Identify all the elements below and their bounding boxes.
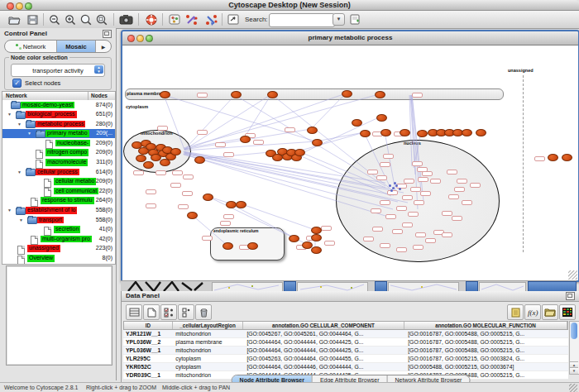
graph-node[interactable] bbox=[236, 201, 246, 208]
tab-network[interactable]: Network bbox=[5, 41, 57, 52]
column-header[interactable]: annotation.GO CELLULAR_COMPONENT bbox=[243, 322, 404, 329]
graph-node[interactable] bbox=[231, 91, 242, 98]
graph-node[interactable] bbox=[203, 194, 213, 201]
tree-row[interactable]: unassigned223(0) bbox=[2, 244, 115, 254]
delete-attribute-icon[interactable] bbox=[195, 304, 212, 320]
tree-row[interactable]: Overview8(0) bbox=[2, 254, 115, 264]
graph-node[interactable] bbox=[294, 149, 305, 156]
graph-node[interactable] bbox=[417, 130, 428, 137]
expand-arrow-icon[interactable]: ▼ bbox=[27, 131, 31, 136]
zoom-in-icon[interactable] bbox=[63, 12, 78, 26]
attribute-table-icon[interactable] bbox=[126, 304, 142, 320]
expand-arrow-icon[interactable]: ▼ bbox=[17, 122, 22, 127]
graph-node[interactable] bbox=[562, 154, 572, 161]
tree-row[interactable]: macromolecule311(0) bbox=[2, 158, 115, 168]
graph-node[interactable] bbox=[311, 227, 322, 234]
tree-row[interactable]: cellular metabo209(0) bbox=[2, 177, 115, 187]
graph-node[interactable] bbox=[247, 242, 258, 250]
graph-node[interactable] bbox=[400, 129, 410, 136]
zoom-selected-icon[interactable] bbox=[94, 12, 109, 26]
hub-node[interactable] bbox=[395, 184, 398, 187]
graph-node[interactable] bbox=[223, 242, 233, 250]
table-scrollbar[interactable]: ▲ ▼ bbox=[569, 321, 579, 375]
graph-node[interactable] bbox=[194, 156, 205, 164]
tree-row[interactable]: secretion41(0) bbox=[2, 225, 115, 235]
save-icon[interactable] bbox=[25, 12, 40, 26]
float-panel-icon[interactable] bbox=[103, 30, 112, 38]
tree-row[interactable]: ▼metabolic process280(0) bbox=[2, 119, 115, 129]
tree-row[interactable]: ▼transport558(0) bbox=[2, 215, 115, 225]
help-icon[interactable] bbox=[144, 12, 159, 26]
column-header[interactable]: ID bbox=[124, 322, 173, 329]
tab-mosaic[interactable]: Mosaic bbox=[57, 41, 96, 52]
float-panel-icon[interactable] bbox=[566, 292, 575, 300]
search-dropdown-icon[interactable]: ▼ bbox=[333, 13, 345, 26]
graph-node[interactable] bbox=[462, 129, 472, 136]
scrollbar-thumb[interactable] bbox=[571, 323, 577, 339]
tree-row[interactable]: mosaic-demo-yeast874(0) bbox=[2, 100, 115, 110]
zoom-out-icon[interactable] bbox=[47, 12, 62, 26]
hub-node[interactable] bbox=[389, 184, 391, 187]
new-attribute-icon[interactable] bbox=[143, 304, 160, 320]
tree-row[interactable]: nitrogen compo209(0) bbox=[2, 148, 115, 158]
annotation-icon[interactable] bbox=[347, 12, 362, 26]
network-overview-panel[interactable] bbox=[6, 265, 112, 366]
window-resize-grip[interactable] bbox=[568, 270, 577, 280]
tree-row[interactable]: cell communicat22(0) bbox=[2, 186, 115, 196]
table-row[interactable]: YLR295Ccytoplasm[GO:0045263, GO:0044464,… bbox=[123, 355, 568, 363]
tree-row[interactable]: ▼cellular process614(0) bbox=[2, 167, 115, 177]
select-attributes-icon[interactable] bbox=[160, 304, 177, 320]
graph-node[interactable] bbox=[289, 235, 299, 242]
table-row[interactable]: YKR052Ccytoplasm[GO:0044464, GO:0044446,… bbox=[123, 363, 568, 371]
graph-node[interactable] bbox=[170, 148, 181, 155]
color-attribute-dropdown[interactable]: transporter activity ▲▼ bbox=[11, 64, 105, 77]
tree-row[interactable]: response to stimulu264(0) bbox=[2, 196, 115, 206]
hub-node[interactable] bbox=[399, 188, 401, 190]
column-header[interactable]: _cellularLayoutRegion bbox=[173, 322, 243, 329]
tree-row[interactable]: nucleobase-209(0) bbox=[2, 138, 115, 148]
table-row[interactable]: YJR121W__1mitochondrion[GO:0045267, GO:0… bbox=[123, 330, 568, 338]
graph-node[interactable] bbox=[160, 91, 170, 98]
tree-row[interactable]: ▼biological_process651(0) bbox=[2, 110, 115, 120]
graph-node[interactable] bbox=[136, 155, 146, 162]
app-resize-grip[interactable] bbox=[569, 384, 577, 392]
graph-node[interactable] bbox=[380, 129, 391, 136]
graph-node[interactable] bbox=[312, 139, 323, 146]
attribute-table-header[interactable]: ID_cellularLayoutRegionannotation.GO CEL… bbox=[123, 321, 568, 330]
zoom-fit-icon[interactable] bbox=[79, 12, 93, 26]
table-row[interactable]: YPL036W__2plasma membrane[GO:0044464, GO… bbox=[123, 338, 568, 347]
network-window-titlebar[interactable]: primary metabolic process bbox=[122, 31, 578, 45]
vizmapper-icon[interactable] bbox=[226, 12, 241, 26]
tree-row[interactable]: multi-organism pro42(0) bbox=[2, 234, 115, 244]
snapshot-icon[interactable] bbox=[118, 12, 133, 26]
graph-node[interactable] bbox=[548, 154, 558, 161]
graph-node[interactable] bbox=[476, 129, 486, 136]
graph-node[interactable] bbox=[307, 127, 318, 134]
hub-node[interactable] bbox=[390, 189, 393, 192]
formula-icon[interactable]: f(x) bbox=[524, 304, 541, 320]
graph-node[interactable] bbox=[187, 212, 198, 219]
import-attributes-icon[interactable] bbox=[542, 304, 558, 320]
graph-node[interactable] bbox=[352, 119, 362, 127]
graph-node[interactable] bbox=[143, 161, 154, 169]
open-icon[interactable] bbox=[7, 12, 22, 26]
network-canvas[interactable]: plasma membrane cytoplasm mitochondrion … bbox=[122, 45, 578, 280]
hub-node[interactable] bbox=[394, 182, 396, 184]
expand-arrow-icon[interactable]: ▼ bbox=[7, 112, 12, 117]
graph-node[interactable] bbox=[267, 91, 278, 98]
expand-arrow-icon[interactable]: ▼ bbox=[7, 208, 12, 213]
scroll-down-icon[interactable]: ▼ bbox=[570, 367, 578, 374]
layout-a-icon[interactable] bbox=[184, 12, 199, 26]
graph-node[interactable] bbox=[342, 90, 352, 98]
unselect-attributes-icon[interactable] bbox=[178, 304, 194, 320]
layout-b-icon[interactable] bbox=[204, 12, 219, 26]
graph-node[interactable] bbox=[311, 246, 322, 254]
tab-overflow-arrow-icon[interactable]: ▶ bbox=[96, 41, 111, 52]
graph-node[interactable] bbox=[311, 234, 322, 241]
expand-arrow-icon[interactable]: ▼ bbox=[19, 218, 23, 222]
expand-arrow-icon[interactable]: ▼ bbox=[17, 170, 22, 174]
graph-node[interactable] bbox=[240, 136, 251, 143]
tree-row[interactable]: ▼establishment of lo558(0) bbox=[2, 206, 115, 216]
overview-icon[interactable] bbox=[167, 12, 182, 26]
annotation-notes-icon[interactable] bbox=[507, 304, 524, 320]
